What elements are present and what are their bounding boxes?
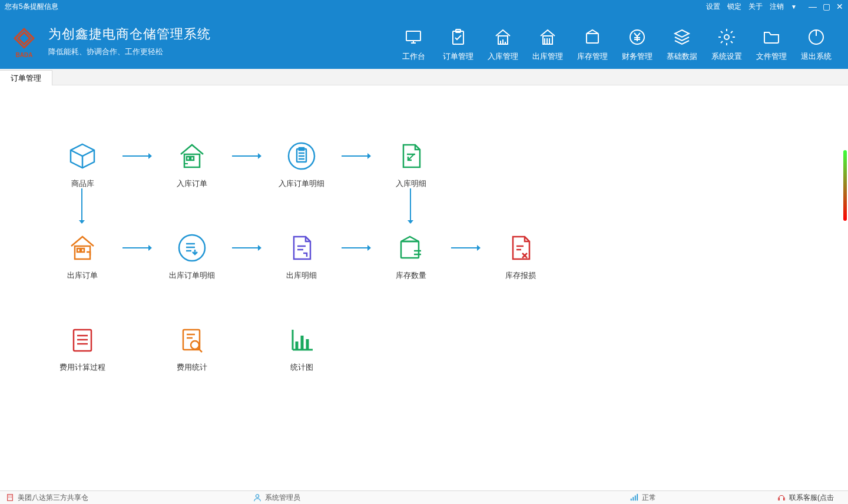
cube-icon <box>47 138 118 174</box>
scroll-thumb[interactable] <box>843 150 847 221</box>
svg-rect-96 <box>637 494 638 500</box>
node-in-order-detail[interactable]: 入库订单明细 <box>266 138 337 189</box>
doc-x-icon <box>485 230 556 266</box>
user-icon <box>253 493 261 502</box>
house-out-icon <box>47 230 118 266</box>
svg-rect-87 <box>8 495 13 501</box>
status-state: 正常 <box>624 493 771 503</box>
svg-rect-31 <box>191 157 194 160</box>
link-lock[interactable]: 锁定 <box>727 2 741 12</box>
arrow-right-icon <box>337 230 376 266</box>
box-icon <box>570 25 615 49</box>
nav-workbench[interactable]: 工作台 <box>391 21 436 62</box>
nav-exit[interactable]: 退出系统 <box>794 21 839 62</box>
node-stock-qty[interactable]: 库存数量 <box>376 230 446 281</box>
building-icon <box>6 493 14 502</box>
yen-circle-icon <box>615 25 660 49</box>
svg-marker-41 <box>367 153 371 159</box>
nav-order[interactable]: 订单管理 <box>436 21 481 62</box>
node-in-detail[interactable]: 入库明细 <box>376 138 446 189</box>
signal-icon <box>630 493 638 502</box>
clipboard-circle-icon <box>266 138 337 174</box>
link-about[interactable]: 关于 <box>748 2 763 12</box>
arrow-right-icon <box>337 138 376 174</box>
status-support[interactable]: 联系客服(点击 <box>771 493 834 503</box>
power-icon <box>794 25 839 49</box>
node-out-order-detail[interactable]: 出库订单明细 <box>157 230 227 281</box>
svg-rect-95 <box>635 496 636 501</box>
scrollbar[interactable] <box>843 85 847 490</box>
svg-marker-33 <box>258 153 261 159</box>
svg-marker-62 <box>367 245 371 251</box>
folder-icon <box>749 25 794 49</box>
svg-point-22 <box>724 35 729 39</box>
doc-search-icon <box>157 322 227 357</box>
window-minimize-icon[interactable]: — <box>809 2 817 11</box>
window-maximize-icon[interactable]: ▢ <box>823 2 830 11</box>
svg-marker-45 <box>79 220 85 224</box>
app-subtitle: 降低能耗、协调合作、工作更轻松 <box>48 47 211 57</box>
notify-text[interactable]: 您有5条提醒信息 <box>5 2 58 12</box>
main-nav: 工作台 订单管理 入库管理 出库管理 库存管理 财务管理 基础数据 系统设置 <box>391 21 848 62</box>
svg-rect-63 <box>401 241 419 258</box>
list-down-circle-icon <box>157 230 227 266</box>
node-out-orders[interactable]: 出库订单 <box>47 230 118 281</box>
svg-marker-28 <box>148 153 152 159</box>
brand-text: BADA <box>8 52 40 58</box>
svg-rect-97 <box>779 498 780 500</box>
svg-point-80 <box>191 341 199 349</box>
nav-outbound[interactable]: 出库管理 <box>525 21 570 62</box>
svg-point-92 <box>256 495 259 498</box>
node-fee-calc[interactable]: 费用计算过程 <box>47 322 118 373</box>
node-out-detail[interactable]: 出库明细 <box>266 230 337 281</box>
arrow-down-icon <box>78 188 86 226</box>
node-stock-loss[interactable]: 库存报损 <box>485 230 556 281</box>
svg-rect-30 <box>187 157 190 160</box>
svg-rect-49 <box>77 248 80 252</box>
nav-inbound[interactable]: 入库管理 <box>481 21 525 62</box>
warehouse-in-icon <box>481 25 525 49</box>
nav-finance[interactable]: 财务管理 <box>615 21 660 62</box>
dropdown-icon[interactable]: ▼ <box>791 4 797 10</box>
brand-logo-icon: BADA <box>8 25 40 57</box>
monitor-icon <box>391 25 436 49</box>
tab-label: 订单管理 <box>11 73 41 84</box>
nav-basedata[interactable]: 基础数据 <box>660 21 704 62</box>
svg-rect-94 <box>632 497 634 500</box>
svg-rect-15 <box>587 34 598 43</box>
node-fee-stat[interactable]: 费用统计 <box>157 322 227 373</box>
link-settings[interactable]: 设置 <box>706 2 720 12</box>
nav-syssetting[interactable]: 系统设置 <box>704 21 749 62</box>
nav-stock[interactable]: 库存管理 <box>570 21 615 62</box>
link-logout[interactable]: 注销 <box>770 2 784 12</box>
svg-rect-93 <box>631 499 632 501</box>
app-header: BADA 为创鑫捷电商仓储管理系统 降低能耗、协调合作、工作更轻松 工作台 订单… <box>0 13 848 69</box>
headset-icon <box>777 493 786 502</box>
status-company: 美团八达第三方共享仓 <box>0 493 247 503</box>
bar-chart-icon <box>266 322 337 357</box>
status-user: 系统管理员 <box>247 493 624 503</box>
node-product-lib[interactable]: 商品库 <box>47 138 118 189</box>
arrow-right-icon <box>227 138 266 174</box>
gear-icon <box>704 25 749 49</box>
node-stat-chart[interactable]: 统计图 <box>266 322 337 373</box>
status-bar: 美团八达第三方共享仓 系统管理员 正常 联系客服(点击 <box>0 490 848 504</box>
svg-rect-98 <box>784 498 785 500</box>
nav-filemgmt[interactable]: 文件管理 <box>749 21 794 62</box>
title-bar: 您有5条提醒信息 设置 锁定 关于 注销 ▼ — ▢ ✕ <box>0 0 848 13</box>
window-close-icon[interactable]: ✕ <box>836 2 843 11</box>
svg-marker-68 <box>477 245 481 251</box>
svg-rect-50 <box>81 248 84 252</box>
tab-bar: 订单管理 <box>0 69 848 85</box>
app-title: 为创鑫捷电商仓储管理系统 <box>48 25 211 43</box>
layers-icon <box>660 25 704 49</box>
arrow-right-icon <box>446 230 485 266</box>
tab-order[interactable]: 订单管理 <box>0 70 52 85</box>
node-in-orders[interactable]: 入库订单 <box>157 138 227 189</box>
list-doc-icon <box>47 322 118 357</box>
title-bar-actions: 设置 锁定 关于 注销 ▼ — ▢ ✕ <box>706 2 843 12</box>
arrow-right-icon <box>227 230 266 266</box>
box-list-icon <box>376 230 446 266</box>
doc-out-icon <box>266 230 337 266</box>
arrow-right-icon <box>118 138 157 174</box>
